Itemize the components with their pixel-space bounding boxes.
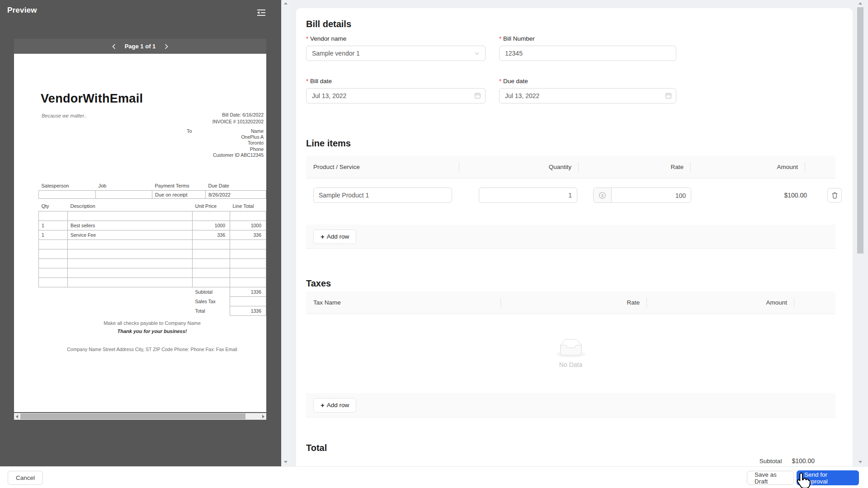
required-marker: *	[499, 78, 501, 84]
required-marker: *	[306, 78, 308, 84]
meta-header: Payment Terms	[152, 183, 206, 191]
vendor-name-value: Sample vendor 1	[312, 50, 360, 57]
meta-cell	[39, 191, 96, 199]
footer-action-bar: Cancel Save as Draft Send for approval	[0, 466, 868, 488]
dollar-circle-icon: $	[599, 192, 606, 199]
due-date-label: Due date	[503, 78, 528, 84]
svg-text:$: $	[601, 193, 604, 197]
required-marker: *	[499, 35, 501, 42]
invoice-bill-date: Bill Date: 6/16/2022	[212, 112, 264, 118]
invoice-tagline: Because we matter..	[42, 113, 87, 118]
outline-toggle-button[interactable]	[255, 7, 268, 19]
add-line-item-button[interactable]: + Add row	[313, 230, 356, 244]
column-header-tax-actions	[794, 291, 835, 314]
scroll-right-arrow-icon[interactable]	[262, 415, 264, 418]
add-tax-button[interactable]: + Add row	[313, 398, 356, 413]
column-header-product: Product / Service	[306, 156, 459, 178]
total-title: Total	[306, 443, 327, 453]
plus-icon: +	[321, 401, 325, 409]
taxes-title: Taxes	[306, 278, 331, 289]
subtotal-value: $100.00	[792, 457, 815, 465]
preview-title: Preview	[7, 6, 37, 15]
to-line: Toronto	[213, 140, 264, 146]
plus-icon: +	[321, 233, 325, 240]
chevron-left-icon	[111, 43, 116, 50]
vendor-name-select[interactable]: Sample vendor 1	[306, 46, 486, 61]
chevron-right-icon	[164, 43, 169, 50]
bill-date-input[interactable]	[306, 88, 486, 103]
invoice-item-row	[39, 211, 266, 221]
invoice-item-row	[39, 278, 266, 287]
invoice-summary-row: Total 1336	[39, 306, 266, 316]
invoice-item-row: 1 Best sellers 1000 1000	[39, 221, 266, 230]
line-amount-value: $100.00	[704, 188, 807, 203]
invoice-meta-table: Salesperson Job Payment Terms Due Date D…	[38, 183, 266, 199]
horizontal-scroll-thumb[interactable]	[20, 413, 245, 419]
delete-row-button[interactable]	[827, 188, 842, 202]
meta-header: Job	[96, 183, 152, 191]
preview-page-toolbar: Page 1 of 1	[14, 39, 266, 54]
invoice-thanks-line: Thank you for your business!	[38, 328, 266, 334]
chevron-down-icon	[474, 52, 480, 56]
cancel-button[interactable]: Cancel	[8, 471, 43, 485]
invoice-to-block: Name OnePlus A Toronto Phone Customer ID…	[213, 128, 264, 158]
taxes-header: Tax Name Rate Amount	[306, 291, 835, 314]
add-row-label: Add row	[327, 233, 349, 240]
send-for-approval-button[interactable]: Send for approval	[797, 470, 859, 485]
invoice-address-line: Company Name Street Address City, ST ZIP…	[38, 347, 266, 352]
meta-header: Due Date	[206, 183, 266, 191]
preview-horizontal-scrollbar[interactable]	[14, 413, 266, 420]
invoice-preview-page: VendorWithEmail Because we matter.. Bill…	[14, 54, 266, 412]
taxes-empty-state: No Data	[306, 314, 835, 393]
meta-cell: 8/26/2022	[206, 191, 266, 199]
invoice-item-row: 1 Service Fee 336 336	[39, 230, 266, 240]
vendor-field: *Vendor name Sample vendor 1	[306, 35, 486, 61]
invoice-checks-line: Make all checks payable to Company Name	[38, 320, 266, 326]
line-items-header: Product / Service Quantity Rate Amount	[306, 156, 835, 178]
prev-page-button[interactable]	[110, 43, 118, 50]
column-header-tax-amount: Amount	[647, 291, 794, 314]
to-line: OnePlus A	[213, 134, 264, 140]
next-page-button[interactable]	[163, 43, 170, 50]
scroll-down-arrow-icon[interactable]	[859, 461, 862, 463]
invoice-item-row	[39, 259, 266, 268]
column-header-quantity: Quantity	[459, 156, 579, 178]
content-vertical-scrollbar[interactable]	[856, 0, 865, 466]
due-date-input[interactable]	[499, 88, 676, 103]
scroll-up-arrow-icon[interactable]	[284, 2, 288, 5]
preview-vertical-scrollbar[interactable]	[281, 0, 290, 466]
bill-date-label: Bill date	[310, 78, 332, 84]
rate-input-group: $	[593, 188, 691, 203]
bill-number-input[interactable]	[499, 46, 676, 61]
save-as-draft-button[interactable]: Save as Draft	[747, 471, 794, 485]
invoice-item-row	[39, 249, 266, 259]
column-header-amount: Amount	[691, 156, 805, 178]
vertical-scroll-thumb[interactable]	[857, 7, 863, 253]
invoice-items-table: Qty Description Unit Price Line Total 1 …	[38, 203, 266, 316]
bill-details-title: Bill details	[306, 19, 351, 29]
invoice-to-label: To	[187, 128, 192, 134]
column-header-actions	[805, 156, 835, 178]
trash-icon	[831, 192, 838, 199]
page-indicator: Page 1 of 1	[125, 43, 156, 50]
items-header: Line Total	[230, 203, 266, 211]
empty-inbox-icon	[557, 339, 585, 357]
rate-input[interactable]	[612, 188, 691, 203]
invoice-meta: Bill Date: 6/16/2022 INVOICE # 101320220…	[212, 112, 264, 125]
to-line: Phone	[213, 146, 264, 152]
invoice-item-row	[39, 268, 266, 278]
column-header-tax-rate: Rate	[501, 291, 647, 314]
quantity-input[interactable]	[479, 188, 577, 203]
items-header: Unit Price	[193, 203, 230, 211]
column-header-tax-name: Tax Name	[306, 291, 501, 314]
scroll-left-arrow-icon[interactable]	[16, 415, 18, 418]
invoice-item-row	[39, 240, 266, 249]
product-service-input[interactable]	[313, 188, 452, 203]
items-header: Qty	[39, 203, 68, 211]
subtotal-row: Subtotal $100.00	[760, 457, 815, 465]
invoice-summary-row: Sales Tax	[39, 297, 266, 306]
scroll-down-arrow-icon[interactable]	[284, 461, 288, 463]
vendor-name-label: Vendor name	[310, 35, 346, 42]
scroll-up-arrow-icon[interactable]	[859, 2, 862, 5]
to-line: Customer ID ABC12345	[213, 152, 264, 158]
